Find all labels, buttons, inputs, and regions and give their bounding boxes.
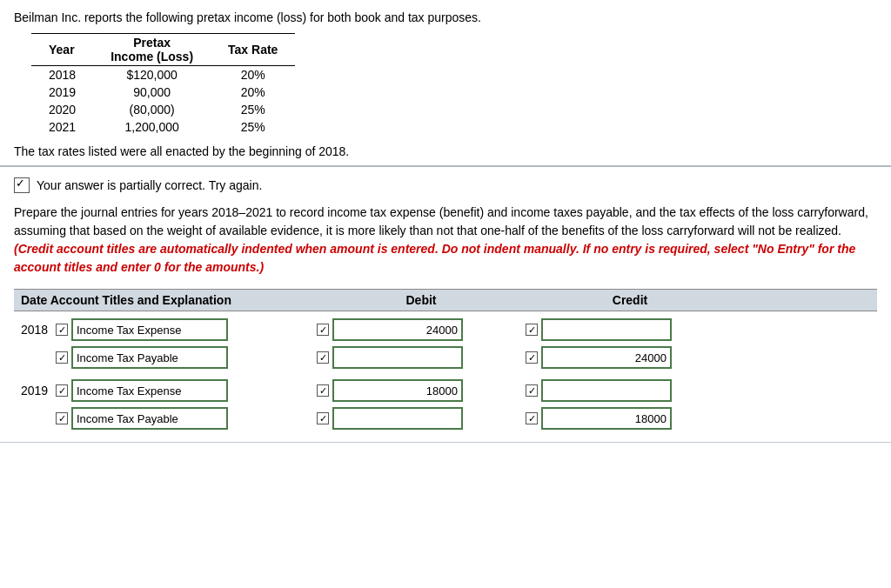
cell-year-2019: 2019: [31, 84, 93, 101]
cell-year-2021: 2021: [31, 118, 93, 136]
account-col-2018-2: ✓: [21, 346, 317, 369]
cell-year-2020: 2020: [31, 101, 93, 118]
cell-income-2019: 90,000: [93, 84, 211, 101]
credit-col-2018-2: ✓: [526, 346, 734, 369]
account-input-2019-1[interactable]: [71, 379, 228, 402]
check-credit-2018-1: ✓: [526, 324, 538, 336]
year-label-2018: 2018: [21, 323, 52, 337]
enacted-text: The tax rates listed were all enacted by…: [14, 144, 877, 158]
partial-correct-text: Your answer is partially correct. Try ag…: [37, 178, 262, 192]
pretax-table: Year PretaxIncome (Loss) Tax Rate 2018 $…: [31, 33, 295, 136]
account-col-2018-1: 2018 ✓: [21, 318, 317, 341]
credit-input-2019-2[interactable]: [541, 407, 672, 430]
cell-income-2021: 1,200,000: [93, 118, 211, 136]
debit-input-2018-2[interactable]: [332, 346, 463, 369]
col-header-rate: Tax Rate: [211, 34, 295, 66]
journal-header: Date Account Titles and Explanation Debi…: [14, 289, 877, 311]
credit-input-2018-2[interactable]: [541, 346, 672, 369]
check-debit-2019-1: ✓: [317, 384, 329, 397]
account-col-2019-2: ✓: [21, 407, 317, 430]
check-credit-2018-2: ✓: [526, 351, 538, 364]
account-col-2019-1: 2019 ✓: [21, 379, 317, 402]
cell-rate-2019: 20%: [211, 84, 295, 101]
journal-row-2019-1: 2019 ✓ ✓ ✓: [21, 379, 870, 402]
intro-text: Beilman Inc. reports the following preta…: [14, 10, 877, 24]
col-header-date-account: Date Account Titles and Explanation: [21, 293, 317, 307]
check-credit-2019-2: ✓: [526, 412, 538, 424]
debit-col-2019-1: ✓: [317, 379, 526, 402]
debit-col-2018-1: ✓: [317, 318, 526, 341]
account-input-2018-1[interactable]: [71, 318, 228, 341]
check-2018-2: ✓: [56, 351, 68, 364]
table-row: 2018 $120,000 20%: [31, 66, 295, 84]
debit-col-2019-2: ✓: [317, 407, 526, 430]
instruction-red: (Credit account titles are automatically…: [14, 242, 855, 274]
check-2018-1: ✓: [56, 324, 68, 336]
partial-correct-icon: [14, 177, 30, 193]
table-row: 2019 90,000 20%: [31, 84, 295, 101]
instruction-block: Prepare the journal entries for years 20…: [14, 204, 877, 277]
credit-col-2019-1: ✓: [526, 379, 734, 402]
check-debit-2018-1: ✓: [317, 324, 329, 336]
table-row: 2020 (80,000) 25%: [31, 101, 295, 118]
credit-col-2018-1: ✓: [526, 318, 734, 341]
credit-input-2019-1[interactable]: [541, 379, 672, 402]
col-header-income: PretaxIncome (Loss): [93, 34, 211, 66]
account-input-2019-2[interactable]: [71, 407, 228, 430]
instruction-main: Prepare the journal entries for years 20…: [14, 205, 868, 237]
credit-col-2019-2: ✓: [526, 407, 734, 430]
check-2019-1: ✓: [56, 384, 68, 397]
journal-row-2019-2: ✓ ✓ ✓: [21, 407, 870, 430]
check-debit-2019-2: ✓: [317, 412, 329, 424]
check-debit-2018-2: ✓: [317, 351, 329, 364]
credit-input-2018-1[interactable]: [541, 318, 672, 341]
debit-col-2018-2: ✓: [317, 346, 526, 369]
account-input-2018-2[interactable]: [71, 346, 228, 369]
journal-row-2018-2: ✓ ✓ ✓: [21, 346, 870, 369]
journal-row-2018-1: 2018 ✓ ✓ ✓: [21, 318, 870, 341]
cell-income-2018: $120,000: [93, 66, 211, 84]
debit-input-2019-1[interactable]: [332, 379, 463, 402]
cell-rate-2021: 25%: [211, 118, 295, 136]
table-row: 2021 1,200,000 25%: [31, 118, 295, 136]
journal-entries: 2018 ✓ ✓ ✓ ✓ ✓ ✓: [14, 318, 877, 430]
year-label-2019: 2019: [21, 384, 52, 398]
cell-rate-2018: 20%: [211, 66, 295, 84]
cell-income-2020: (80,000): [93, 101, 211, 118]
cell-rate-2020: 25%: [211, 101, 295, 118]
col-header-year: Year: [31, 34, 93, 66]
cell-year-2018: 2018: [31, 66, 93, 84]
check-credit-2019-1: ✓: [526, 384, 538, 397]
debit-input-2018-1[interactable]: [332, 318, 463, 341]
debit-input-2019-2[interactable]: [332, 407, 463, 430]
check-2019-2: ✓: [56, 412, 68, 424]
col-header-credit: Credit: [526, 293, 734, 307]
col-header-debit: Debit: [317, 293, 526, 307]
